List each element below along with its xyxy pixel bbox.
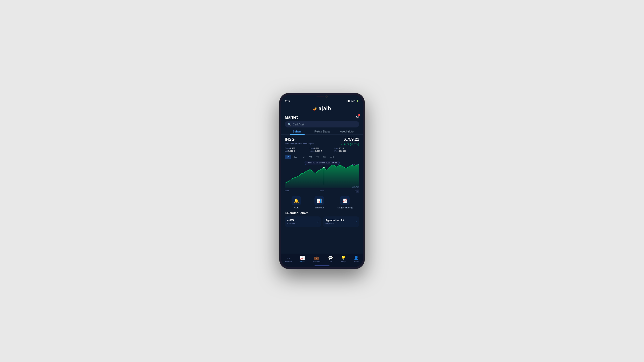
- market-icon: 📈: [300, 255, 305, 260]
- nav-menu[interactable]: 👤 Menu: [354, 255, 359, 262]
- margin-label: Margin Trading: [337, 206, 352, 209]
- time-btn-all[interactable]: ALL: [329, 155, 336, 159]
- phone-camera: [326, 96, 328, 98]
- margin-trading-icon: 📈: [342, 198, 347, 203]
- main-scroll-content[interactable]: Market ✉ 🔍 Cari Aset Saham Reksa Dana: [281, 113, 363, 254]
- status-bar: 9:41 ▐▐▐ WiFi 🔋: [281, 98, 363, 104]
- chart-tooltip: Price: 6.742 - 27 Oct 2023 - 09:55: [305, 161, 340, 165]
- phone-device: 9:41 ▐▐▐ WiFi 🔋 🪔 ajaib Market ✉: [279, 93, 365, 269]
- screener-label: Screener: [315, 206, 324, 209]
- page-title: Market: [285, 115, 298, 120]
- ipo-card-title: e-IPO: [287, 219, 295, 222]
- nav-insight[interactable]: 💡 Insight: [341, 255, 346, 262]
- bottom-navigation: ⌂ Beranda 📈 Market 💼 Portofolio 💬 Chat 💡…: [281, 254, 363, 264]
- stat-value: Value 3.537 T: [310, 150, 335, 152]
- search-bar[interactable]: 🔍 Cari Aset: [285, 121, 359, 127]
- status-time: 9:41: [285, 100, 290, 102]
- chat-icon: 💬: [328, 255, 333, 260]
- tab-reksa-dana[interactable]: Reksa Dana: [310, 130, 335, 134]
- screener-icon-wrap: 📊: [314, 196, 324, 205]
- home-indicator-line: [314, 265, 330, 266]
- nav-portfolio-label: Portofolio: [313, 261, 320, 262]
- tab-aset-kripto[interactable]: Aset Kripto: [334, 130, 359, 134]
- ipo-card-arrow: ›: [317, 220, 318, 223]
- stat-high: High 6.766: [310, 147, 335, 149]
- agenda-card-arrow: ›: [356, 220, 357, 223]
- screener-icon: 📊: [317, 198, 322, 203]
- chart-expand-button[interactable]: ⤢: [356, 190, 359, 193]
- nav-chat[interactable]: 💬 Chat: [328, 255, 333, 262]
- nav-beranda-label: Beranda: [285, 261, 292, 262]
- stat-lot: Lot 7.919 B: [285, 150, 310, 152]
- home-indicator-bar: [281, 264, 363, 267]
- time-btn-5y[interactable]: 5Y: [321, 155, 328, 159]
- calendar-cards: e-IPO 4 Saham › Agenda Hari Ini 6 Agenda…: [281, 216, 363, 230]
- tab-saham[interactable]: Saham: [285, 130, 310, 134]
- quick-actions: 🔔 Alert 📊 Screener 📈 Margin Trading: [281, 193, 363, 210]
- insight-icon: 💡: [341, 255, 346, 260]
- search-input[interactable]: Cari Aset: [293, 123, 304, 126]
- app-logo-icon: 🪔: [313, 107, 317, 111]
- phone-top-bar: [281, 95, 363, 98]
- chart-time-mid: 09:40: [320, 190, 324, 192]
- alert-label: Alert: [294, 206, 299, 209]
- nav-market[interactable]: 📈 Market: [300, 255, 305, 262]
- page-header: Market ✉: [281, 113, 363, 121]
- time-btn-1y[interactable]: 1Y: [314, 155, 321, 159]
- chart-time-labels: 08:55 09:40 10:20: [285, 189, 359, 192]
- quick-action-margin[interactable]: 📈 Margin Trading: [337, 196, 352, 209]
- stat-low: Low 6.714: [334, 147, 359, 149]
- app-logo-text: ajaib: [318, 106, 331, 111]
- chart-high-label: H : 6.765: [352, 164, 359, 165]
- chart-low-label: L : 6.714: [352, 186, 359, 188]
- margin-icon-wrap: 📈: [340, 196, 350, 205]
- chart-time-start: 08:55: [285, 190, 289, 192]
- ipo-card-info: e-IPO 4 Saham: [287, 219, 295, 224]
- stock-header: IHSG 6.759,21: [285, 137, 359, 142]
- calendar-card-agenda[interactable]: Agenda Hari Ini 6 Agenda ›: [323, 216, 359, 227]
- time-btn-1w[interactable]: 1W: [292, 155, 299, 159]
- nav-insight-label: Insight: [341, 261, 346, 262]
- status-icons: ▐▐▐ WiFi 🔋: [346, 100, 359, 102]
- nav-menu-label: Menu: [354, 261, 359, 262]
- stock-change: ▲ 44,69 (+0,67%): [341, 143, 359, 146]
- notification-button[interactable]: ✉: [356, 115, 359, 120]
- stat-open: Open 6.715: [285, 147, 310, 149]
- nav-portfolio[interactable]: 💼 Portofolio: [313, 255, 320, 262]
- time-btn-3m[interactable]: 3M: [307, 155, 314, 159]
- home-icon: ⌂: [287, 256, 290, 260]
- portfolio-icon: 💼: [314, 255, 319, 260]
- signal-icon: ▐▐▐: [346, 100, 350, 102]
- svg-point-3: [323, 167, 325, 168]
- search-icon: 🔍: [288, 123, 291, 126]
- nav-chat-label: Chat: [329, 261, 332, 262]
- menu-icon: 👤: [354, 255, 359, 260]
- stock-symbol: IHSG: [285, 137, 295, 142]
- time-btn-1d[interactable]: 1D: [285, 155, 291, 159]
- stock-price: 6.759,21: [344, 137, 359, 142]
- chart-area[interactable]: Price: 6.742 - 27 Oct 2023 - 09:55 H : 6…: [285, 161, 359, 193]
- phone-speaker: [316, 96, 324, 97]
- time-range-selector: 1D 1W 1M 3M 1Y 5Y ALL: [281, 154, 363, 161]
- logo-bar: 🪔 ajaib: [281, 104, 363, 113]
- agenda-card-info: Agenda Hari Ini 6 Agenda: [326, 219, 344, 224]
- agenda-card-sub: 6 Agenda: [326, 222, 344, 224]
- battery-icon: 🔋: [356, 100, 359, 102]
- agenda-card-title: Agenda Hari Ini: [326, 219, 344, 222]
- time-btn-1m[interactable]: 1M: [300, 155, 306, 159]
- stock-fullname: Indeks Harga Saham Gabungan: [285, 142, 314, 145]
- stock-stats: Open 6.715 High 6.766 Low 6.714: [285, 147, 359, 152]
- wifi-icon: WiFi: [351, 100, 355, 102]
- calendar-section-title: Kalender Saham: [281, 210, 363, 216]
- ipo-card-sub: 4 Saham: [287, 222, 295, 224]
- notification-badge: [358, 114, 360, 116]
- nav-market-label: Market: [300, 261, 305, 262]
- quick-action-screener[interactable]: 📊 Screener: [314, 196, 324, 209]
- tab-bar: Saham Reksa Dana Aset Kripto: [281, 130, 363, 135]
- stat-freq: Freq 632.723: [334, 150, 359, 152]
- alert-icon-wrap: 🔔: [292, 196, 301, 205]
- calendar-card-ipo[interactable]: e-IPO 4 Saham ›: [285, 216, 321, 227]
- alert-icon: 🔔: [294, 198, 299, 203]
- quick-action-alert[interactable]: 🔔 Alert: [292, 196, 301, 209]
- nav-beranda[interactable]: ⌂ Beranda: [285, 256, 292, 262]
